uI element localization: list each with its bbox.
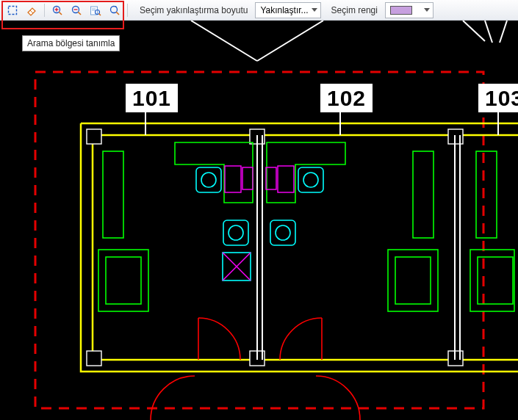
svg-rect-0 [9,6,17,14]
svg-rect-8 [91,7,98,15]
room-label: 103 [478,84,518,112]
eraser-icon [26,4,37,16]
chevron-down-icon [424,8,430,12]
zoom-size-label: Seçim yakınlaştırma boyutu [132,5,252,15]
define-search-region-button[interactable] [4,2,21,18]
svg-rect-48 [395,257,431,304]
color-swatch [390,6,412,15]
svg-rect-39 [196,167,221,192]
room-label: 101 [126,84,178,112]
toolbar-separator [127,4,128,17]
svg-rect-49 [278,166,294,192]
zoom-out-button[interactable] [68,2,84,18]
chevron-down-icon [312,8,317,12]
zoom-auto-button[interactable] [107,2,123,18]
zoom-size-select[interactable]: Yakınlaştır... [255,2,320,18]
zoom-drawing-button[interactable] [87,2,104,18]
svg-rect-46 [413,151,434,238]
zoom-size-value: Yakınlaştır... [260,5,308,15]
svg-point-52 [303,173,318,187]
svg-rect-56 [470,250,514,311]
toolbar: Seçim yakınlaştırma boyutu Yakınlaştır..… [0,0,518,21]
tooltip: Arama bölgesi tanımla [22,35,120,51]
svg-rect-38 [242,167,253,189]
room-label-text: 101 [132,86,171,110]
svg-rect-36 [106,257,141,304]
svg-line-18 [485,21,492,43]
zoom-auto-icon [109,4,120,16]
clear-region-button[interactable] [24,2,40,18]
selection-color-label: Seçim rengi [324,5,382,15]
select-rect-icon [7,4,18,16]
svg-point-54 [276,225,290,240]
svg-line-16 [257,21,323,61]
svg-rect-55 [476,151,497,238]
svg-point-42 [229,225,243,240]
svg-line-14 [116,12,119,15]
svg-rect-50 [266,167,276,189]
svg-rect-51 [298,167,323,192]
svg-line-12 [99,13,101,15]
svg-rect-24 [87,351,101,366]
svg-line-15 [191,21,257,61]
selection-color-select[interactable] [385,2,434,18]
svg-rect-37 [225,166,241,192]
room-label-text: 103 [485,86,518,110]
room-label-text: 102 [327,86,366,110]
zoom-in-icon [51,4,63,16]
svg-point-40 [201,173,216,187]
zoom-drawing-icon [90,4,101,16]
zoom-in-button[interactable] [49,2,65,18]
svg-line-2 [59,12,62,15]
room-label: 102 [320,84,373,112]
drawing-svg [0,21,518,420]
zoom-out-icon [71,4,82,16]
svg-line-6 [78,12,81,15]
svg-point-13 [111,6,118,12]
svg-line-19 [500,21,507,43]
svg-rect-53 [270,220,295,245]
svg-rect-21 [87,129,101,144]
svg-rect-41 [223,220,248,245]
svg-line-17 [463,21,485,41]
toolbar-separator [44,4,45,17]
drawing-canvas[interactable]: 101 102 103 [0,21,518,420]
svg-rect-34 [103,151,123,238]
tooltip-text: Arama bölgesi tanımla [27,38,115,48]
